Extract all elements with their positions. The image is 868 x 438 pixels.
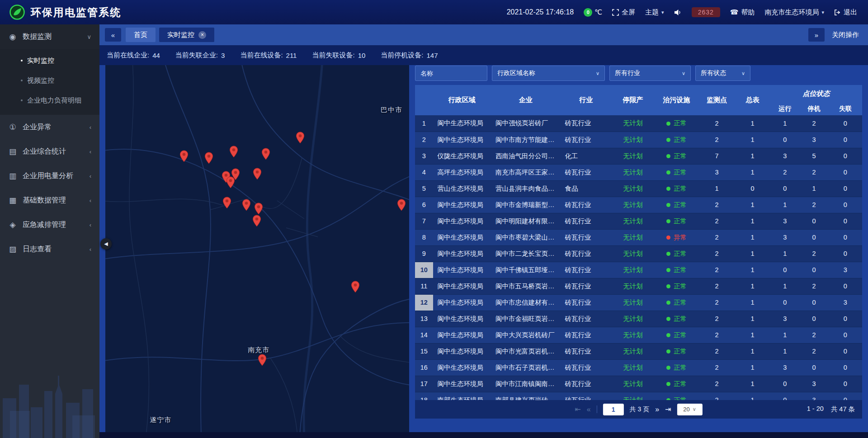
sidebar-item-企业综合统计[interactable]: ▤企业综合统计‹ bbox=[0, 139, 99, 164]
sidebar-item-企业异常[interactable]: ①企业异常‹ bbox=[0, 115, 99, 139]
table-row[interactable]: 12阆中生态环境局阆中市忠信建材有限公砖瓦行业无计划正常21003 bbox=[415, 294, 862, 311]
map-pin-icon[interactable] bbox=[222, 197, 231, 209]
table-row[interactable]: 7阆中生态环境局阆中明阳建材有限公司砖瓦行业无计划正常21300 bbox=[415, 213, 862, 229]
cell-lost-count: 3 bbox=[829, 262, 862, 278]
map-pin-icon[interactable] bbox=[226, 176, 235, 188]
tab-实时监控[interactable]: 实时监控× bbox=[159, 28, 214, 42]
col-company[interactable]: 企业 bbox=[491, 85, 560, 115]
table-row[interactable]: 4高坪生态环境局南充市高坪区王家店建砖瓦行业无计划正常31220 bbox=[415, 164, 862, 180]
tab-close-icon[interactable]: × bbox=[198, 31, 206, 39]
cell-run-count: 1 bbox=[770, 343, 799, 359]
page-size-select[interactable]: 20 ∨ bbox=[677, 404, 703, 415]
status-filter-select[interactable]: 所有状态 ∨ bbox=[695, 66, 750, 81]
first-page-button[interactable]: ⇤ bbox=[575, 406, 580, 413]
logout-button[interactable]: 退出 bbox=[834, 8, 857, 17]
map-pin-icon[interactable] bbox=[229, 146, 238, 158]
next-page-button[interactable]: » bbox=[655, 406, 659, 413]
status-dot-icon bbox=[666, 122, 670, 126]
table-row[interactable]: 18南部生态环境局南部县建兴页岩砖有限砖瓦行业无计划正常21030 bbox=[415, 392, 862, 400]
sidebar-item-日志查看[interactable]: ▨日志查看‹ bbox=[0, 237, 99, 261]
sidebar-subitem-实时监控[interactable]: 实时监控 bbox=[0, 51, 99, 71]
map-pin-icon[interactable] bbox=[254, 203, 263, 215]
cell-monitor-count: 2 bbox=[699, 132, 735, 148]
col-monitor[interactable]: 监测点 bbox=[699, 85, 735, 115]
col-facility[interactable]: 治污设施 bbox=[654, 85, 699, 115]
sidebar-item-数据监测[interactable]: ◉数据监测∨ bbox=[0, 24, 99, 49]
tab-首页[interactable]: 首页 bbox=[126, 28, 156, 42]
table-row[interactable]: 1阆中生态环境局阆中强锐页岩砖厂砖瓦行业无计划正常21120 bbox=[415, 115, 862, 132]
map-pin-icon[interactable] bbox=[253, 168, 262, 180]
table-row[interactable]: 2阆中生态环境局阆中市南方节能建材有砖瓦行业无计划正常21030 bbox=[415, 132, 862, 148]
sidebar-collapse-handle[interactable]: ◀ bbox=[100, 238, 112, 250]
help-button[interactable]: ☎ 帮助 bbox=[730, 8, 755, 17]
cell-lost-count: 0 bbox=[829, 327, 862, 343]
sidebar-subitem-视频监控[interactable]: 视频监控 bbox=[0, 71, 99, 90]
table-row[interactable]: 15阆中生态环境局阆中市光富页岩机砖厂砖瓦行业无计划正常21120 bbox=[415, 343, 862, 359]
sidebar-item-应急减排管理[interactable]: ◈应急减排管理‹ bbox=[0, 212, 99, 237]
close-operations-button[interactable]: 关闭操作 bbox=[832, 31, 859, 39]
col-industry[interactable]: 行业 bbox=[560, 85, 612, 115]
map-pin-icon[interactable] bbox=[296, 132, 305, 144]
sidebar-subitem-企业电力负荷明细[interactable]: 企业电力负荷明细 bbox=[0, 90, 99, 110]
cell-meter-count: 1 bbox=[735, 148, 770, 164]
map-pin-icon[interactable] bbox=[242, 199, 251, 211]
cell-facility-status: 正常 bbox=[654, 294, 699, 311]
chevron-down-icon: ∨ bbox=[741, 71, 745, 76]
table-row[interactable]: 9阆中生态环境局阆中市二龙长宝页岩砖砖瓦行业无计划正常21120 bbox=[415, 245, 862, 262]
col-region[interactable]: 行政区域 bbox=[433, 85, 491, 115]
col-lost[interactable]: 失联 bbox=[829, 102, 862, 115]
sidebar-item-企业用电量分析[interactable]: ▥企业用电量分析‹ bbox=[0, 164, 99, 188]
sidebar-item-基础数据管理[interactable]: ▦基础数据管理‹ bbox=[0, 188, 99, 212]
sidebar-item-label: 企业综合统计 bbox=[23, 147, 66, 156]
page-number-input[interactable] bbox=[603, 404, 624, 415]
table-row[interactable]: 6阆中生态环境局阆中市金博瑞新型墙材砖瓦行业无计划正常21120 bbox=[415, 197, 862, 213]
map-city-label: 巴中市 bbox=[381, 106, 402, 114]
tabs-scroll-left-button[interactable]: « bbox=[105, 28, 121, 42]
bullet-icon bbox=[21, 80, 23, 81]
map-pin-icon[interactable] bbox=[258, 354, 267, 366]
table-row[interactable]: 13阆中生态环境局阆中市金福旺页岩机砖砖瓦行业无计划正常21300 bbox=[415, 311, 862, 327]
cell-facility-status: 正常 bbox=[654, 392, 699, 400]
col-production[interactable]: 停限产 bbox=[612, 85, 654, 115]
map-pin-icon[interactable] bbox=[179, 150, 189, 162]
speaker-button[interactable] bbox=[674, 9, 682, 16]
cell-monitor-count: 2 bbox=[699, 343, 735, 359]
cell-lost-count: 0 bbox=[829, 115, 862, 132]
facility-status-label: 正常 bbox=[674, 299, 687, 306]
table-row[interactable]: 10阆中生态环境局阆中千佛镇五郎垭页岩砖瓦行业无计划正常21003 bbox=[415, 262, 862, 278]
table-row[interactable]: 17阆中生态环境局阆中市江南镇阆南页岩砖瓦行业无计划正常21030 bbox=[415, 376, 862, 392]
table-row[interactable]: 8阆中生态环境局阆中市枣碧大梁山页岩砖瓦行业无计划异常21300 bbox=[415, 229, 862, 245]
prev-page-button[interactable]: « bbox=[587, 406, 591, 413]
table-row[interactable]: 16阆中生态环境局阆中市石子页岩机砖厂砖瓦行业无计划正常21300 bbox=[415, 359, 862, 376]
status-dot-icon bbox=[666, 366, 670, 370]
cell-lost-count: 0 bbox=[829, 229, 862, 245]
map-panel[interactable]: 巴中市南充市遂宁市 bbox=[105, 65, 409, 432]
col-run[interactable]: 运行 bbox=[770, 102, 799, 115]
industry-filter-select[interactable]: 所有行业 ∨ bbox=[609, 66, 691, 81]
map-pin-icon[interactable] bbox=[252, 215, 261, 227]
org-dropdown[interactable]: 南充市生态环境局 ▾ bbox=[764, 8, 824, 17]
table-row[interactable]: 11阆中生态环境局阆中市五马桥页岩机砖砖瓦行业无计划正常21120 bbox=[415, 278, 862, 294]
map-pin-icon[interactable] bbox=[261, 148, 270, 160]
map-pin-icon[interactable] bbox=[351, 281, 360, 293]
cell-industry: 砖瓦行业 bbox=[560, 115, 612, 132]
fullscreen-button[interactable]: 全屏 bbox=[612, 8, 635, 17]
theme-dropdown[interactable]: 主题 ▾ bbox=[645, 8, 664, 17]
map-pin-icon[interactable] bbox=[397, 199, 406, 211]
name-filter-input[interactable] bbox=[415, 66, 487, 81]
table-row[interactable]: 5营山生态环境局营山县润丰肉食品有限食品无计划正常10010 bbox=[415, 180, 862, 197]
cell-production: 无计划 bbox=[612, 376, 654, 392]
col-meter[interactable]: 总表 bbox=[735, 85, 770, 115]
col-stop[interactable]: 停机 bbox=[799, 102, 828, 115]
cell-production: 无计划 bbox=[612, 148, 654, 164]
production-status: 无计划 bbox=[623, 119, 643, 127]
region-filter-select[interactable]: 行政区域名称 ∨ bbox=[492, 66, 605, 81]
facility-status-label: 正常 bbox=[674, 266, 687, 273]
table-row[interactable]: 14阆中生态环境局阆中大兴页岩机砖厂砖瓦行业无计划正常21120 bbox=[415, 327, 862, 343]
last-page-button[interactable]: ⇥ bbox=[665, 406, 671, 413]
map-pin-icon[interactable] bbox=[204, 152, 213, 165]
pagination-controls: ⇤ « 共 3 页 » ⇥ 20 ∨ bbox=[575, 404, 702, 415]
alert-count-badge[interactable]: 2632 bbox=[692, 7, 720, 17]
table-row[interactable]: 3仪陇生态环境局西南油气田分公司川中化工无计划正常71350 bbox=[415, 148, 862, 164]
tabs-scroll-right-button[interactable]: » bbox=[808, 28, 825, 42]
